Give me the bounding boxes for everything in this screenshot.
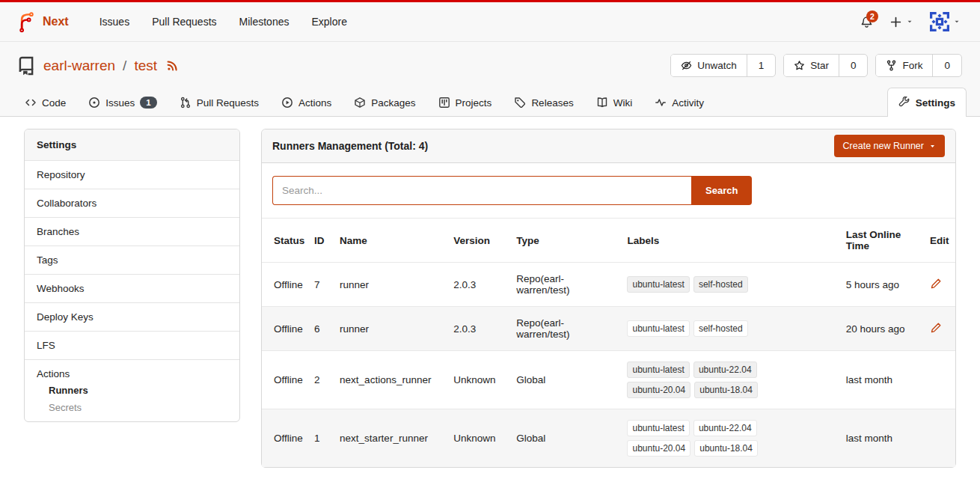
- notifications-button[interactable]: 2: [860, 16, 873, 28]
- runner-row: Offline 1 next_starter_runner Unknown Gl…: [262, 409, 955, 468]
- runner-label-chip: ubuntu-20.04: [627, 440, 690, 457]
- runner-id: 7: [308, 263, 334, 307]
- tab-code[interactable]: Code: [13, 88, 77, 117]
- runner-type: Repo(earl-warren/test): [510, 307, 621, 351]
- runner-label-chip: ubuntu-18.04: [694, 382, 758, 398]
- fork-button[interactable]: Fork: [876, 55, 932, 76]
- user-menu-button[interactable]: [930, 12, 961, 31]
- tab-projects[interactable]: Projects: [427, 88, 503, 117]
- runner-status: Offline: [262, 263, 308, 307]
- runner-label-chip: ubuntu-18.04: [694, 440, 758, 457]
- edit-runner-button[interactable]: [930, 322, 942, 334]
- sidebar-item-repository[interactable]: Repository: [25, 160, 239, 189]
- tab-packages[interactable]: Packages: [343, 88, 426, 117]
- column-header-name: Name: [334, 219, 447, 263]
- tab-actions-label: Actions: [298, 97, 331, 109]
- pencil-icon: [930, 278, 942, 290]
- runner-status: Offline: [262, 409, 308, 468]
- repo-actions: Unwatch 1 Star 0 Fork 0: [670, 54, 962, 77]
- tab-wiki[interactable]: Wiki: [585, 88, 644, 117]
- tab-issues-label: Issues: [105, 97, 135, 109]
- sidebar-item-runners[interactable]: Runners: [37, 379, 227, 397]
- sidebar-item-webhooks[interactable]: Webhooks: [25, 274, 239, 302]
- navbar-left: Next IssuesPull RequestsMilestonesExplor…: [15, 11, 358, 33]
- chevron-down-icon: [953, 18, 961, 25]
- plus-icon: [889, 16, 902, 28]
- tab-pull-requests-label: Pull Requests: [197, 97, 259, 109]
- repo-owner-link[interactable]: earl-warren: [43, 58, 115, 74]
- tab-releases[interactable]: Releases: [503, 88, 584, 117]
- nav-link-milestones[interactable]: Milestones: [228, 10, 301, 34]
- runner-last-online: 5 hours ago: [840, 263, 924, 307]
- runner-labels: ubuntu-latestself-hosted: [621, 307, 839, 351]
- runner-type: Repo(earl-warren/test): [510, 263, 621, 307]
- runner-label-chip: ubuntu-22.04: [693, 362, 757, 378]
- sidebar-group-actions: ActionsRunnersSecrets: [25, 359, 239, 421]
- sidebar-header: Settings: [25, 129, 239, 160]
- sidebar-item-tags[interactable]: Tags: [25, 245, 239, 274]
- tab-actions[interactable]: Actions: [270, 88, 343, 117]
- top-navbar: Next IssuesPull RequestsMilestonesExplor…: [0, 2, 980, 42]
- runner-label-chip: ubuntu-22.04: [693, 420, 757, 436]
- sidebar-item-deploy-keys[interactable]: Deploy Keys: [25, 302, 239, 331]
- unwatch-button[interactable]: Unwatch: [671, 55, 747, 76]
- tab-settings[interactable]: Settings: [887, 88, 967, 117]
- tab-packages-label: Packages: [371, 97, 415, 109]
- column-header-version: Version: [447, 219, 510, 263]
- sidebar-item-branches[interactable]: Branches: [25, 217, 239, 245]
- nav-link-issues[interactable]: Issues: [88, 10, 141, 34]
- runner-label-chip: ubuntu-20.04: [627, 382, 690, 398]
- runner-edit-cell: [924, 307, 955, 351]
- issue-opened-icon: [88, 97, 100, 109]
- edit-runner-button[interactable]: [930, 278, 942, 290]
- git-pull-request-icon: [180, 97, 192, 109]
- tab-settings-label: Settings: [916, 97, 955, 109]
- sidebar-item-collaborators[interactable]: Collaborators: [25, 189, 239, 217]
- create-runner-button[interactable]: Create new Runner: [834, 135, 945, 157]
- nav-link-pull-requests[interactable]: Pull Requests: [141, 10, 227, 34]
- tab-releases-label: Releases: [531, 97, 573, 109]
- runner-labels: ubuntu-latestubuntu-22.04ubuntu-20.04ubu…: [621, 409, 839, 468]
- search-input[interactable]: [272, 176, 691, 205]
- home-link[interactable]: Next: [15, 11, 69, 33]
- tab-activity[interactable]: Activity: [643, 88, 715, 117]
- rss-feed-button[interactable]: [166, 59, 179, 72]
- tab-issues[interactable]: Issues 1: [77, 88, 168, 117]
- repo-title: earl-warren / test: [16, 56, 179, 76]
- star-label: Star: [810, 60, 829, 71]
- fork-count[interactable]: 0: [932, 55, 961, 76]
- runner-type: Global: [510, 351, 621, 409]
- project-board-icon: [438, 97, 450, 109]
- code-icon: [25, 97, 37, 109]
- star-button[interactable]: Star: [784, 55, 839, 76]
- star-count[interactable]: 0: [839, 55, 868, 76]
- pulse-icon: [655, 97, 667, 109]
- column-header-type: Type: [510, 219, 621, 263]
- chevron-down-icon: [906, 18, 913, 25]
- sidebar-item-lfs[interactable]: LFS: [25, 331, 239, 359]
- tag-icon: [514, 97, 526, 109]
- sidebar-item-secrets[interactable]: Secrets: [37, 397, 227, 414]
- unwatch-label: Unwatch: [697, 60, 737, 71]
- panel-title: Runners Management (Total: 4): [272, 140, 428, 152]
- runner-id: 2: [308, 351, 334, 409]
- runner-label-chip: ubuntu-latest: [627, 420, 689, 436]
- search-button[interactable]: Search: [691, 176, 752, 205]
- runner-row: Offline 7 runner 2.0.3 Repo(earl-warren/…: [262, 263, 955, 307]
- search-bar: Search: [262, 163, 955, 218]
- navbar-links: IssuesPull RequestsMilestonesExplore: [88, 16, 358, 28]
- notification-count-badge: 2: [866, 10, 878, 22]
- runner-type: Global: [510, 409, 621, 468]
- column-header-last-online-time: Last Online Time: [840, 219, 924, 263]
- unwatch-count[interactable]: 1: [747, 55, 776, 76]
- tab-issues-count-badge: 1: [140, 97, 156, 109]
- sidebar-item-actions[interactable]: Actions: [37, 368, 227, 379]
- nav-link-explore[interactable]: Explore: [300, 10, 358, 34]
- column-header-edit: Edit: [924, 219, 955, 263]
- create-new-menu-button[interactable]: [889, 16, 913, 28]
- repo-name-link[interactable]: test: [134, 58, 157, 74]
- repo-tabs: Code Issues 1 Pull Requests Actions Pack…: [0, 85, 980, 117]
- fork-button-group: Fork 0: [875, 54, 962, 77]
- avatar: [930, 12, 949, 31]
- tab-pull-requests[interactable]: Pull Requests: [168, 88, 270, 117]
